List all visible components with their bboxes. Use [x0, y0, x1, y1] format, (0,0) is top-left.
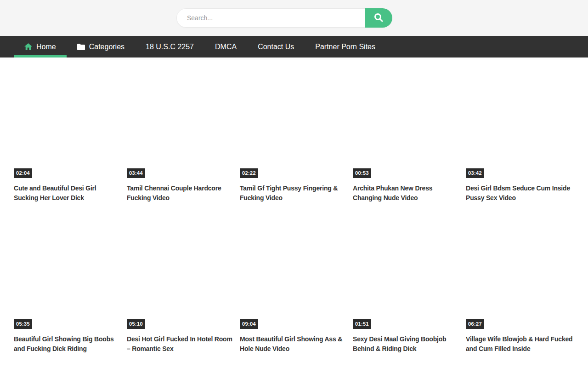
duration-badge: 09:04 — [240, 319, 258, 329]
nav-item-18-u-s-c-2257[interactable]: 18 U.S.C 2257 — [135, 36, 204, 58]
nav-item-categories[interactable]: Categories — [67, 36, 135, 58]
nav-item-label: 18 U.S.C 2257 — [146, 43, 194, 51]
video-title[interactable]: Sexy Desi Maal Giving Boobjob Behind & R… — [353, 334, 461, 354]
duration-badge: 02:22 — [240, 168, 258, 178]
video-card: 02:04 Cute and Beautiful Desi Girl Sucki… — [14, 65, 122, 203]
search-bar — [176, 8, 392, 28]
search-button[interactable] — [365, 8, 392, 28]
duration-badge: 00:53 — [353, 168, 371, 178]
video-card: 05:10 Desi Hot Girl Fucked In Hotel Room… — [127, 216, 235, 354]
video-title[interactable]: Archita Phukan New Dress Changing Nude V… — [353, 184, 461, 203]
duration-badge: 06:27 — [466, 319, 484, 329]
video-title[interactable]: Most Beautiful Girl Showing Ass & Hole N… — [240, 334, 348, 354]
nav-item-contact-us[interactable]: Contact Us — [247, 36, 305, 58]
search-input[interactable] — [176, 8, 365, 28]
duration-badge: 02:04 — [14, 168, 32, 178]
video-thumbnail[interactable]: 05:10 — [127, 216, 235, 331]
video-card: 03:44 Tamil Chennai Couple Hardcore Fuck… — [127, 65, 235, 203]
duration-badge: 03:44 — [127, 168, 145, 178]
video-card: 02:22 Tamil Gf Tight Pussy Fingering & F… — [240, 65, 348, 203]
main-nav: Home Categories 18 U.S.C 2257 DMCA Conta… — [0, 36, 588, 58]
video-title[interactable]: Tamil Chennai Couple Hardcore Fucking Vi… — [127, 184, 235, 203]
video-title[interactable]: Cute and Beautiful Desi Girl Sucking Her… — [14, 184, 122, 203]
video-thumbnail[interactable]: 03:42 — [466, 65, 574, 180]
video-thumbnail[interactable]: 09:04 — [240, 216, 348, 331]
video-thumbnail[interactable]: 02:04 — [14, 65, 122, 180]
duration-badge: 01:51 — [353, 319, 371, 329]
video-title[interactable]: Desi Girl Bdsm Seduce Cum Inside Pussy S… — [466, 184, 574, 203]
video-thumbnail[interactable]: 03:44 — [127, 65, 235, 180]
nav-item-label: Categories — [89, 43, 124, 51]
video-title[interactable]: Beautiful Girl Showing Big Boobs and Fuc… — [14, 334, 122, 354]
duration-badge: 03:42 — [466, 168, 484, 178]
video-card: 06:27 Village Wife Blowjob & Hard Fucked… — [466, 216, 574, 354]
nav-item-label: Partner Porn Sites — [315, 43, 375, 51]
video-grid: 02:04 Cute and Beautiful Desi Girl Sucki… — [0, 58, 588, 368]
folder-icon — [77, 44, 85, 50]
video-card: 03:42 Desi Girl Bdsm Seduce Cum Inside P… — [466, 65, 574, 203]
duration-badge: 05:10 — [127, 319, 145, 329]
top-header — [0, 0, 588, 36]
video-card: 00:53 Archita Phukan New Dress Changing … — [353, 65, 461, 203]
nav-item-label: DMCA — [215, 43, 237, 51]
video-thumbnail[interactable]: 06:27 — [466, 216, 574, 331]
nav-item-home[interactable]: Home — [14, 36, 67, 58]
video-title[interactable]: Village Wife Blowjob & Hard Fucked and C… — [466, 334, 574, 354]
nav-item-label: Contact Us — [258, 43, 294, 51]
video-thumbnail[interactable]: 05:35 — [14, 216, 122, 331]
nav-item-dmca[interactable]: DMCA — [204, 36, 247, 58]
video-card: 09:04 Most Beautiful Girl Showing Ass & … — [240, 216, 348, 354]
video-thumbnail[interactable]: 02:22 — [240, 65, 348, 180]
video-card: 01:51 Sexy Desi Maal Giving Boobjob Behi… — [353, 216, 461, 354]
nav-item-partner-porn-sites[interactable]: Partner Porn Sites — [305, 36, 386, 58]
video-thumbnail[interactable]: 00:53 — [353, 65, 461, 180]
video-title[interactable]: Desi Hot Girl Fucked In Hotel Room – Rom… — [127, 334, 235, 354]
video-card: 05:35 Beautiful Girl Showing Big Boobs a… — [14, 216, 122, 354]
video-thumbnail[interactable]: 01:51 — [353, 216, 461, 331]
video-title[interactable]: Tamil Gf Tight Pussy Fingering & Fucking… — [240, 184, 348, 203]
duration-badge: 05:35 — [14, 319, 32, 329]
nav-item-label: Home — [36, 43, 56, 51]
home-icon — [24, 43, 32, 50]
search-icon — [373, 12, 384, 24]
